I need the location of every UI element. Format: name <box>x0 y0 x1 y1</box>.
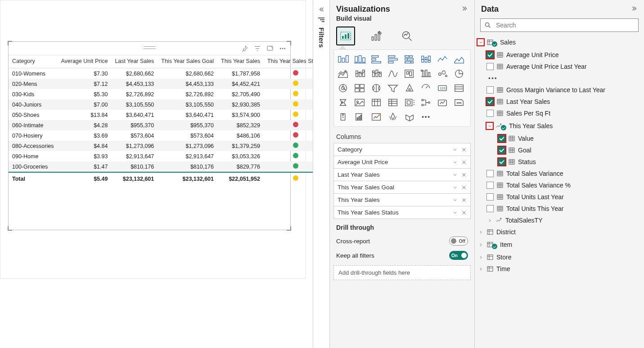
visual-type-icon[interactable] <box>453 97 466 108</box>
chevron-down-icon[interactable] <box>452 210 458 215</box>
visual-type-icon[interactable] <box>419 68 433 80</box>
chevron-down-icon[interactable] <box>452 160 458 165</box>
field-well[interactable]: This Year Sales Goal <box>333 181 471 194</box>
visual-type-icon[interactable] <box>370 111 383 123</box>
checkbox[interactable] <box>486 110 494 117</box>
visual-type-icon[interactable] <box>387 111 400 123</box>
collapse-pane-icon[interactable] <box>462 5 468 13</box>
table-row[interactable]: 040-Juniors$7.00$3,105,550$3,105,550$2,9… <box>9 99 328 110</box>
chevron-right-icon[interactable] <box>477 241 484 248</box>
checkbox[interactable] <box>486 205 494 212</box>
field-total-units-ly[interactable]: Total Units Last Year <box>477 191 639 203</box>
field-status[interactable]: Status <box>477 156 639 168</box>
visual-type-icon[interactable] <box>403 68 417 80</box>
field-average-unit-price[interactable]: Average Unit Price <box>477 49 639 61</box>
visual-type-icon[interactable] <box>419 97 433 108</box>
visual-type-icon[interactable] <box>337 97 350 108</box>
visual-type-icon[interactable] <box>387 97 400 108</box>
checkbox[interactable] <box>486 182 494 189</box>
tab-analytics[interactable] <box>397 27 416 45</box>
field-well[interactable]: This Year Sales Status <box>333 206 471 219</box>
table-store[interactable]: Store <box>477 251 639 263</box>
chevron-down-icon[interactable] <box>452 172 458 178</box>
chevron-down-icon[interactable] <box>452 185 458 190</box>
column-header[interactable]: This Year Sales <box>217 55 264 68</box>
table-row[interactable]: 020-Mens$7.12$4,453,133$4,453,133$4,452,… <box>9 79 328 89</box>
visual-type-icon[interactable] <box>370 97 383 108</box>
close-icon[interactable] <box>461 147 467 152</box>
visual-type-icon[interactable] <box>353 68 367 80</box>
visual-type-icon[interactable]: 123 <box>436 82 450 94</box>
checkbox-checked[interactable] <box>498 158 505 165</box>
close-icon[interactable] <box>461 197 467 203</box>
checkbox[interactable] <box>486 63 494 70</box>
visual-type-icon[interactable] <box>453 54 466 65</box>
close-icon[interactable] <box>461 172 467 178</box>
drag-handle-icon[interactable] <box>144 46 155 49</box>
visual-type-icon[interactable] <box>353 111 367 123</box>
column-header[interactable]: This Year Sales Goal <box>158 55 217 68</box>
checkbox-checked[interactable] <box>486 51 494 58</box>
field-last-year-sales[interactable]: Last Year Sales <box>477 96 639 107</box>
table-row[interactable]: 030-Kids$5.30$2,726,892$2,726,892$2,705,… <box>9 89 328 99</box>
checkbox[interactable] <box>486 193 494 201</box>
table-row[interactable]: 090-Home$3.93$2,913,647$2,913,647$3,053,… <box>9 151 328 161</box>
drill-through-dropzone[interactable]: Add drill-through fields here <box>333 265 471 280</box>
kpi-this-year-sales[interactable]: This Year Sales <box>477 119 639 133</box>
close-icon[interactable] <box>461 210 467 215</box>
field-gross-margin-variance[interactable]: Gross Margin Variance to Last Year <box>477 84 639 96</box>
visual-type-icon[interactable] <box>403 82 417 94</box>
table-row[interactable]: 080-Accessories$4.84$1,273,096$1,273,096… <box>9 141 328 151</box>
field-goal[interactable]: Goal <box>477 144 639 156</box>
column-header[interactable]: Last Year Sales <box>111 55 158 68</box>
field-well[interactable]: Average Unit Price <box>333 156 471 169</box>
field-total-units-ty[interactable]: Total Units This Year <box>477 203 639 214</box>
visual-type-icon[interactable] <box>387 82 400 94</box>
cross-report-toggle[interactable]: Off <box>449 236 468 245</box>
filter-icon[interactable] <box>253 45 261 53</box>
table-row[interactable]: 050-Shoes$13.84$3,640,471$3,640,471$3,57… <box>9 110 328 120</box>
visual-type-icon[interactable] <box>436 54 450 65</box>
checkbox-checked[interactable] <box>486 98 494 105</box>
field-average-unit-price-ly[interactable]: Average Unit Price Last Year <box>477 61 639 72</box>
more-fields[interactable]: ••• <box>477 72 639 84</box>
table-row[interactable]: 070-Hosiery$3.69$573,604$573,604$486,106 <box>9 130 328 141</box>
column-header[interactable]: Average Unit Price <box>57 55 111 68</box>
close-icon[interactable] <box>461 160 467 165</box>
visual-type-icon[interactable] <box>403 97 417 108</box>
chevron-down-icon[interactable] <box>452 197 458 203</box>
field-well[interactable]: Category <box>333 143 471 156</box>
field-value[interactable]: Value <box>477 133 639 144</box>
tab-format-visual[interactable] <box>367 27 386 45</box>
close-icon[interactable] <box>461 185 467 190</box>
visual-type-icon[interactable] <box>337 111 350 123</box>
visual-type-icon[interactable] <box>453 82 466 94</box>
pin-icon[interactable] <box>241 45 249 53</box>
visual-type-icon[interactable] <box>353 82 367 94</box>
collapse-chevron-icon[interactable] <box>318 6 324 14</box>
chevron-down-icon[interactable] <box>452 147 458 152</box>
visual-type-icon[interactable] <box>337 68 350 80</box>
field-sales-per-sqft[interactable]: Sales Per Sq Ft <box>477 107 639 119</box>
chevron-right-icon[interactable] <box>477 254 484 260</box>
visual-type-icon[interactable] <box>337 54 350 65</box>
visual-type-icon[interactable] <box>419 111 433 123</box>
chevron-down-icon[interactable] <box>477 39 484 45</box>
visual-type-icon[interactable] <box>337 82 350 94</box>
visual-type-icon[interactable] <box>436 68 450 80</box>
more-icon[interactable] <box>279 45 287 53</box>
visual-type-icon[interactable] <box>370 82 383 94</box>
table-sales[interactable]: Sales <box>477 36 639 49</box>
field-total-sales-variance[interactable]: Total Sales Variance <box>477 168 639 179</box>
keep-filters-toggle[interactable]: On <box>449 251 468 260</box>
chevron-down-icon[interactable] <box>486 123 493 129</box>
table-row[interactable]: 010-Womens$7.30$2,680,662$2,680,662$1,78… <box>9 68 328 79</box>
chevron-right-icon[interactable] <box>477 229 484 235</box>
field-well[interactable]: Last Year Sales <box>333 168 471 181</box>
visual-type-icon[interactable] <box>403 111 417 123</box>
visual-type-icon[interactable] <box>453 68 466 80</box>
collapse-data-pane-icon[interactable] <box>631 5 638 13</box>
filters-pane-collapsed[interactable]: Filters <box>313 0 330 348</box>
visual-type-icon[interactable] <box>419 82 433 94</box>
chevron-right-icon[interactable] <box>486 217 493 223</box>
